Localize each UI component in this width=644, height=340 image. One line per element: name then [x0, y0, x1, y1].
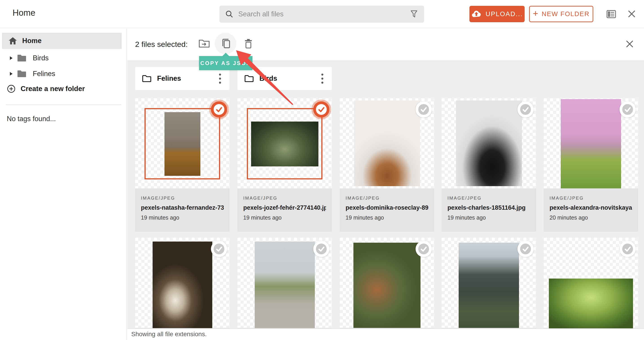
selection-outline [144, 108, 220, 179]
sidebar-home-label: Home [22, 37, 42, 45]
folder-outline-icon [142, 74, 152, 83]
delete-icon[interactable] [243, 38, 254, 49]
file-card[interactable] [340, 238, 434, 328]
file-type-label: IMAGE/JPEG [448, 196, 530, 201]
folder-chip-label: Felines [157, 74, 181, 82]
selection-toolbar: 2 files selected: [128, 29, 644, 60]
file-meta: IMAGE/JPEG pexels-charles-1851164.jpg 19… [442, 188, 536, 231]
file-thumbnail-geese [255, 242, 315, 328]
select-checkbox[interactable] [211, 241, 227, 257]
caret-right-icon[interactable] [9, 55, 13, 61]
no-tags-text: No tags found... [7, 115, 56, 123]
file-thumbnail-area [442, 98, 536, 188]
file-card[interactable]: IMAGE/JPEG pexels-natasha-fernandez-733.… [135, 98, 230, 231]
folder-chip-felines[interactable]: Felines [135, 67, 230, 90]
file-thumbnail-area [544, 238, 638, 328]
file-name: pexels-alexandra-novitskaya-2... [550, 204, 632, 211]
folder-chip-birds[interactable]: Birds [238, 67, 332, 90]
file-browser: Felines Birds IMAGE/JPEG pexels-natasha-… [128, 60, 644, 328]
search-box[interactable] [220, 5, 424, 23]
select-checkbox[interactable] [416, 101, 432, 117]
sidebar-divider [6, 104, 121, 105]
file-card[interactable] [238, 238, 332, 328]
page-title: Home [12, 8, 35, 18]
move-to-folder-icon[interactable] [198, 38, 210, 49]
sidebar-folder-tree: Birds Felines [0, 50, 127, 82]
files-selected-label: 2 files selected: [135, 40, 188, 49]
file-modified-time: 19 minutes ago [243, 214, 326, 221]
file-thumbnail-seagulls [152, 242, 212, 328]
select-checkbox[interactable] [211, 101, 227, 117]
new-folder-button[interactable]: + NEW FOLDER [529, 6, 593, 22]
plus-icon: + [533, 8, 538, 19]
file-thumbnail-area [340, 98, 434, 188]
circle-plus-icon [7, 84, 16, 93]
file-type-label: IMAGE/JPEG [243, 196, 326, 201]
list-view-toggle-icon[interactable] [606, 9, 616, 19]
select-checkbox[interactable] [620, 101, 636, 117]
create-folder-button[interactable]: Create a new folder [7, 84, 85, 93]
sidebar-folder-label: Birds [33, 54, 49, 62]
file-card[interactable] [442, 238, 536, 328]
file-thumbnail-lambs [549, 279, 633, 328]
file-meta: IMAGE/JPEG pexels-alexandra-novitskaya-2… [544, 188, 638, 231]
clear-selection-icon[interactable] [625, 39, 634, 48]
file-modified-time: 20 minutes ago [550, 214, 632, 221]
kebab-menu-icon[interactable] [320, 72, 325, 85]
file-meta: IMAGE/JPEG pexels-jozef-fehér-2774140.jp… [238, 188, 332, 231]
file-card[interactable]: IMAGE/JPEG pexels-alexandra-novitskaya-2… [544, 98, 638, 231]
sidebar-item-birds[interactable]: Birds [0, 50, 127, 66]
file-card[interactable] [544, 238, 638, 328]
file-name: pexels-natasha-fernandez-733... [141, 204, 224, 211]
file-card[interactable]: IMAGE/JPEG pexels-dominika-roseclay-8952… [340, 98, 434, 231]
file-modified-time: 19 minutes ago [448, 214, 530, 221]
file-type-label: IMAGE/JPEG [550, 196, 632, 201]
select-checkbox[interactable] [620, 241, 636, 257]
file-thumbnail-brown-dachshund [354, 100, 420, 186]
file-type-label: IMAGE/JPEG [141, 196, 224, 201]
home-icon [8, 37, 17, 45]
file-thumbnail-area [135, 98, 230, 188]
file-thumbnail-area [238, 98, 332, 188]
sidebar: Home Birds Felines Create a new folder N… [0, 29, 127, 340]
select-checkbox[interactable] [518, 241, 534, 257]
search-input[interactable] [238, 10, 410, 18]
caret-right-icon[interactable] [9, 71, 13, 76]
footer-bar: Showing all file extensions. [128, 328, 644, 340]
file-modified-time: 19 minutes ago [346, 214, 428, 221]
file-card[interactable] [135, 238, 230, 328]
kebab-menu-icon[interactable] [217, 72, 223, 85]
create-folder-label: Create a new folder [21, 85, 85, 93]
folder-outline-icon [244, 74, 254, 83]
filter-icon[interactable] [410, 10, 418, 19]
file-meta: IMAGE/JPEG pexels-natasha-fernandez-733.… [135, 188, 230, 231]
file-name: pexels-jozef-fehér-2774140.jpg [243, 204, 326, 211]
folder-chip-label: Birds [260, 74, 277, 82]
upload-button-label: UPLOAD... [486, 10, 523, 18]
new-folder-button-label: NEW FOLDER [542, 10, 590, 18]
file-thumbnail-area [238, 238, 332, 328]
select-checkbox[interactable] [313, 101, 330, 117]
copy-icon[interactable] [220, 38, 232, 49]
sidebar-item-home[interactable]: Home [2, 33, 122, 49]
file-card[interactable]: IMAGE/JPEG pexels-charles-1851164.jpg 19… [442, 98, 536, 231]
file-name: pexels-dominika-roseclay-8952... [346, 204, 428, 211]
folder-icon [17, 70, 26, 78]
file-thumbnail-black-pug [456, 100, 522, 186]
select-checkbox[interactable] [518, 101, 534, 117]
sidebar-item-felines[interactable]: Felines [0, 66, 127, 82]
file-thumbnail-kangaroo [354, 243, 420, 328]
upload-button[interactable]: UPLOAD... [470, 6, 524, 22]
file-meta: IMAGE/JPEG pexels-dominika-roseclay-8952… [340, 188, 434, 231]
footer-text: Showing all file extensions. [131, 331, 207, 338]
select-checkbox[interactable] [313, 241, 330, 257]
file-card[interactable]: IMAGE/JPEG pexels-jozef-fehér-2774140.jp… [238, 98, 332, 231]
select-checkbox[interactable] [416, 241, 432, 257]
folder-icon [17, 54, 26, 62]
file-thumbnail-area [544, 98, 638, 188]
file-type-label: IMAGE/JPEG [346, 196, 428, 201]
close-icon[interactable] [627, 9, 636, 19]
selection-outline [247, 108, 322, 179]
search-icon [225, 10, 233, 18]
upload-cloud-icon [471, 10, 482, 18]
